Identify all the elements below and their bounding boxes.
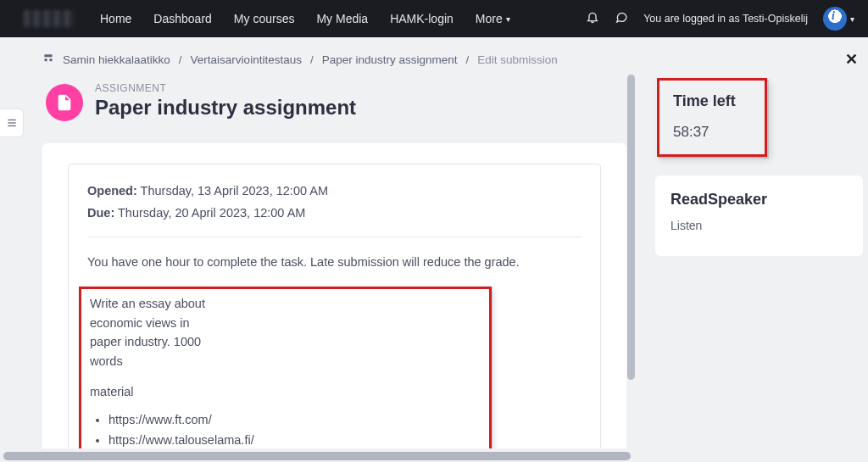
nav-links: Home Dashboard My courses My Media HAMK-… xyxy=(100,12,510,25)
breadcrumb-link[interactable]: Paper industry assignment xyxy=(322,53,458,66)
breadcrumb-separator: / xyxy=(466,53,470,66)
divider xyxy=(87,237,581,237)
assignment-details: Opened: Thursday, 13 April 2023, 12:00 A… xyxy=(68,164,601,448)
vertical-scrollbar[interactable] xyxy=(627,75,635,380)
time-left-title: Time left xyxy=(673,92,751,110)
dashboard-icon xyxy=(42,53,54,67)
task-text: Write an essay about economic views in p… xyxy=(90,294,218,370)
close-icon[interactable]: ✕ xyxy=(845,50,858,69)
material-link[interactable]: https://www.ft.com/ xyxy=(108,413,212,426)
breadcrumb: Samin hiekkalaatikko / Vertaisarviointit… xyxy=(42,53,643,67)
svg-point-4 xyxy=(49,58,53,62)
due-row: Due: Thursday, 20 April 2023, 12:00 AM xyxy=(87,203,581,222)
svg-rect-5 xyxy=(44,54,52,57)
nav-my-courses[interactable]: My courses xyxy=(234,12,295,25)
instructions-text: You have one hour to complete the task. … xyxy=(87,253,581,271)
due-value: Thursday, 20 April 2023, 12:00 AM xyxy=(118,206,305,220)
due-label: Due: xyxy=(87,206,114,220)
nav-more[interactable]: More ▾ xyxy=(476,12,510,25)
material-link[interactable]: https://www.talouselama.fi/ xyxy=(108,433,254,447)
nav-dashboard[interactable]: Dashboard xyxy=(153,12,212,25)
chevron-down-icon: ▾ xyxy=(506,14,510,24)
main-column: Samin hiekkalaatikko / Vertaisarviointit… xyxy=(0,37,643,448)
site-logo[interactable] xyxy=(24,10,75,27)
opened-label: Opened: xyxy=(87,184,137,198)
page-title: Paper industry assignment xyxy=(95,96,356,120)
horizontal-scrollbar[interactable] xyxy=(3,452,631,460)
time-left-value: 58:37 xyxy=(673,124,751,141)
readspeaker-block: ReadSpeaker Listen xyxy=(655,175,863,256)
bell-icon[interactable] xyxy=(586,10,599,27)
material-label: material xyxy=(90,382,218,401)
readspeaker-title: ReadSpeaker xyxy=(670,191,848,209)
assignment-type-label: ASSIGNMENT xyxy=(95,82,356,94)
breadcrumb-separator: / xyxy=(179,53,182,66)
assignment-icon xyxy=(46,84,83,121)
assignment-card: Opened: Thursday, 13 April 2023, 12:00 A… xyxy=(42,143,626,448)
assignment-header: ASSIGNMENT Paper industry assignment xyxy=(42,82,643,121)
task-highlight-box: Write an essay about economic views in p… xyxy=(79,287,492,448)
nav-more-label: More xyxy=(476,12,503,25)
svg-point-3 xyxy=(44,58,47,62)
user-menu[interactable]: ▾ xyxy=(823,7,854,31)
breadcrumb-separator: / xyxy=(310,53,314,66)
right-column: ✕ Time left 58:37 ReadSpeaker Listen xyxy=(643,37,868,448)
opened-value: Thursday, 13 April 2023, 12:00 AM xyxy=(141,184,328,198)
readspeaker-listen-link[interactable]: Listen xyxy=(670,219,848,232)
nav-my-media[interactable]: My Media xyxy=(316,12,368,25)
material-list: https://www.ft.com/ https://www.talousel… xyxy=(90,410,218,448)
avatar xyxy=(823,7,847,31)
chevron-down-icon: ▾ xyxy=(850,14,854,24)
chat-icon[interactable] xyxy=(615,10,628,27)
material-link-item: https://www.ft.com/ xyxy=(108,410,218,429)
time-left-block: Time left 58:37 xyxy=(657,78,767,157)
nav-right: You are logged in as Testi-Opiskelij ▾ xyxy=(586,7,854,31)
nav-hamk-login[interactable]: HAMK-login xyxy=(390,12,453,25)
nav-home[interactable]: Home xyxy=(100,12,131,25)
breadcrumb-current: Edit submission xyxy=(477,53,558,66)
top-nav: Home Dashboard My courses My Media HAMK-… xyxy=(0,0,868,37)
breadcrumb-link[interactable]: Vertaisarviointitestaus xyxy=(191,53,302,66)
breadcrumb-link[interactable]: Samin hiekkalaatikko xyxy=(63,53,170,66)
logged-in-text: You are logged in as Testi-Opiskelij xyxy=(643,13,808,25)
material-link-item: https://www.talouselama.fi/ xyxy=(108,431,218,448)
opened-row: Opened: Thursday, 13 April 2023, 12:00 A… xyxy=(87,181,581,200)
